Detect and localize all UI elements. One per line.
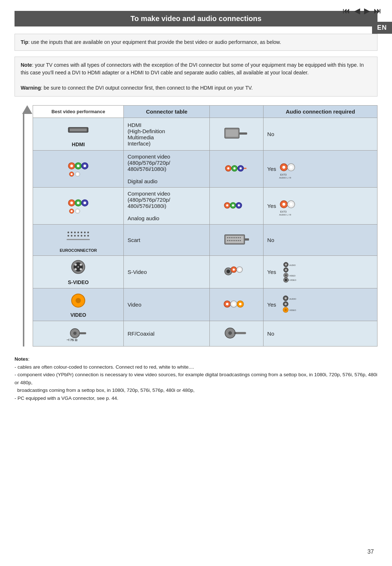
svg-point-62 [84, 235, 86, 237]
svg-rect-1 [70, 128, 87, 131]
svg-point-41 [232, 204, 234, 206]
component-analog-audio: Yes EXT3 AUDIO L / R [264, 188, 377, 225]
main-container: To make video and audio connections Tip:… [0, 4, 392, 417]
svg-point-109 [75, 298, 81, 303]
col2-header: Connector table [124, 106, 210, 118]
table-row: S-VIDEO S-Video [33, 256, 377, 288]
hdmi-label: HDMI [37, 142, 120, 147]
svg-text:AUDIO: AUDIO [289, 264, 296, 266]
svg-point-96 [238, 268, 241, 271]
note-item-3: - PC equipped with a VGA connector, see … [15, 394, 377, 402]
svg-point-86 [74, 263, 77, 266]
svg-rect-126 [79, 332, 86, 334]
svg-point-129 [228, 331, 232, 335]
scart-audio-required: No [264, 225, 377, 256]
warning-text: : be sure to connect the DVI output conn… [41, 85, 253, 91]
tip-label: Tip [21, 39, 28, 45]
svideo-audio-group: Yes AUDIO VIDEO [267, 261, 373, 283]
note-item-2-cont: broadcastings coming from a settop box, … [15, 386, 377, 394]
svideo-audio-svg: AUDIO VIDEO S-VIDEO [278, 261, 300, 283]
svg-point-125 [73, 332, 77, 335]
svg-point-10 [83, 165, 86, 167]
note-item-2: - component video (YPbPr) connection is … [15, 371, 377, 386]
svg-point-104 [285, 279, 287, 281]
svg-point-14 [77, 173, 78, 175]
scart-text: Scart [124, 225, 210, 256]
svg-point-73 [238, 237, 239, 238]
svg-point-115 [239, 303, 242, 305]
svg-text:AUDIO: AUDIO [289, 298, 296, 300]
note-item-1: - cables are often colour-coded to conne… [15, 363, 377, 371]
hdmi-cable-svg [223, 124, 250, 143]
svg-point-111 [226, 303, 229, 305]
svg-point-31 [77, 202, 79, 204]
nav-skip-back[interactable]: ⏮ [343, 7, 350, 15]
nav-skip-forward[interactable]: ⏭ [374, 7, 381, 15]
col2-icon-header [210, 106, 264, 118]
svg-point-45 [282, 203, 285, 206]
video-label: VIDEO [37, 312, 120, 318]
nav-back[interactable]: ◀ [354, 7, 360, 15]
svg-point-82 [240, 240, 241, 241]
device-icon-component-digital [33, 151, 124, 188]
component-digital-text: Component video(480p/576p/720p/480i/576i… [124, 151, 210, 188]
svg-point-69 [231, 237, 232, 238]
svg-point-59 [74, 235, 76, 237]
video-cables-svg [223, 295, 250, 313]
component-analog-cable-icon [210, 188, 264, 225]
video-icon-svg [65, 291, 92, 309]
notes-section: Notes: - cables are often colour-coded t… [15, 355, 377, 402]
device-icon-video: VIDEO [33, 288, 124, 321]
note-text: : your TV comes with all types of connec… [21, 62, 364, 75]
svg-point-8 [77, 165, 79, 167]
component-analog-cables-svg [223, 196, 250, 214]
svg-text:⊣ 75 Ω: ⊣ 75 Ω [66, 338, 77, 342]
svg-point-19 [233, 167, 236, 169]
svg-point-72 [236, 237, 237, 238]
svg-rect-64 [67, 239, 90, 240]
rf-audio-required: No [264, 321, 377, 346]
svg-point-79 [234, 240, 236, 241]
note-box: Note: your TV comes with all types of co… [15, 57, 377, 97]
svideo-cable-svg [223, 262, 250, 280]
hdmi-icon-svg [65, 121, 92, 139]
svg-point-58 [71, 235, 73, 237]
tip-text: : use the inputs that are available on y… [28, 39, 281, 45]
device-icon-rf: ⊣ 75 Ω [33, 321, 124, 346]
performance-arrow [15, 105, 33, 346]
rf-text: RF/Coaxial [124, 321, 210, 346]
svg-point-131 [234, 332, 236, 334]
warning-label: Warning [21, 85, 41, 91]
svg-point-12 [71, 173, 73, 175]
svg-point-56 [87, 231, 89, 233]
svg-text:EXT3: EXT3 [280, 210, 287, 213]
svg-point-25 [290, 166, 293, 169]
svg-point-60 [77, 235, 79, 237]
device-icon-scart: EUROCONNECTOR [33, 225, 124, 256]
component-analog-text: Component video(480p/576p/720p/480i/576i… [124, 188, 210, 225]
svg-rect-130 [235, 332, 246, 334]
table-row: ⊣ 75 Ω RF/Coaxial No [33, 321, 377, 346]
scart-icon [210, 225, 264, 256]
scart-cable-svg [223, 230, 250, 249]
col1-header: Best video performance [33, 106, 124, 118]
svg-point-6 [70, 165, 73, 167]
svg-point-39 [226, 204, 228, 206]
device-icon-hdmi: HDMI [33, 118, 124, 151]
yes-label: Yes [267, 166, 276, 172]
table-row: Component video(480p/576p/720p/480i/576i… [33, 188, 377, 225]
svg-point-68 [229, 237, 230, 238]
audio-lr-icon-svg: EXT3 AUDIO L / R [278, 158, 300, 180]
svg-text:AUDIO L / R: AUDIO L / R [279, 177, 291, 179]
component-digital-svg [65, 159, 92, 177]
svg-point-29 [70, 202, 73, 204]
table-area: Best video performance Connector table A… [15, 105, 377, 346]
nav-forward[interactable]: ▶ [364, 7, 369, 15]
table-row: EUROCONNECTOR Scart [33, 225, 377, 256]
device-icon-component-analog [33, 188, 124, 225]
svideo-text: S-Video [124, 256, 210, 288]
svg-point-23 [282, 166, 285, 169]
hdmi-connector-text: HDMI(High-DefinitionMultimediaInterface) [124, 118, 210, 151]
hdmi-connector-icon [210, 118, 264, 151]
svg-point-75 [227, 240, 228, 241]
